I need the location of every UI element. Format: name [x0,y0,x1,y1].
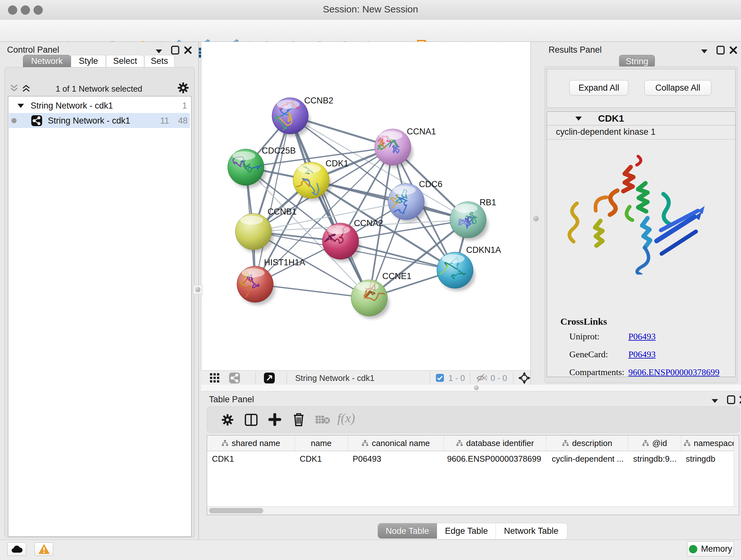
results-panel-title: Results Panel [549,45,602,55]
tree-expander-icon[interactable] [17,104,24,108]
network-label: String Network - cdk1 [48,116,130,126]
node-label-CCNB1: CCNB1 [267,207,296,216]
grid-view-icon[interactable] [210,373,219,383]
network-tree-root-row[interactable]: String Network - cdk1 1 [8,98,191,113]
results-panel-close-icon[interactable] [729,46,738,54]
node-label-CDKN1A: CDKN1A [466,245,501,255]
table-panel-close-icon[interactable] [739,395,741,404]
right-splitter[interactable] [530,42,542,385]
collapse-all-button[interactable]: Collapse All [644,80,711,96]
cell-canonical-name: P06493 [353,454,442,464]
table-hscrollbar-track[interactable] [207,506,739,515]
column-header-shared-name[interactable]: shared name [207,435,295,451]
node-label-CDC6: CDC6 [419,179,442,189]
tab-string[interactable]: String [619,55,655,68]
column-header-namespace[interactable]: namespace [681,435,739,451]
add-column-icon[interactable] [268,413,281,426]
table-toolbar: f(x) [207,407,740,433]
network-node-CDC6[interactable]: CDC6 [383,179,442,223]
crosslink-label: GeneCard: [569,349,608,360]
tab-edge-table[interactable]: Edge Table [437,523,495,539]
network-node-RB1[interactable]: RB1 [450,198,496,241]
tab-select[interactable]: Select [106,55,144,67]
network-node-CDC25B[interactable]: CDC25B [227,146,295,188]
expand-all-button[interactable]: Expand All [569,80,628,96]
left-splitter-handle[interactable] [193,285,203,294]
function-builder-icon: f(x) [337,411,355,426]
tab-sets[interactable]: Sets [144,55,175,67]
control-panel-float-icon[interactable] [171,46,179,55]
network-options-gear-icon[interactable] [178,82,189,94]
network-node-HIST1H1A[interactable]: HIST1H1A [237,258,305,305]
results-panel-collapse-icon[interactable] [700,49,708,54]
network-tree-selected-row[interactable]: String Network - cdk1 11 48 [9,113,190,128]
network-node-CDKN1A[interactable]: CDKN1A [422,245,501,291]
crosslink-genecard-link[interactable]: P06493 [628,349,656,360]
tab-node-table[interactable]: Node Table [378,523,437,539]
table-row[interactable]: CDK1 CDK1 P06493 9606.ENSP00000378699 cy… [207,451,739,466]
node-label-HIST1H1A: HIST1H1A [264,258,305,267]
column-label: shared name [232,438,280,448]
results-panel-float-icon[interactable] [717,46,725,55]
crosslink-label: Compartments: [569,367,624,377]
warning-icon [39,544,50,554]
column-header-canonical-name[interactable]: canonical name [348,435,444,451]
network-collection-count: 1 [174,101,187,111]
node-label-CCNA2: CCNA2 [354,219,383,228]
delete-column-icon[interactable] [293,413,305,427]
column-type-icon [642,440,649,447]
expand-all-networks-icon[interactable] [22,84,30,92]
tab-style[interactable]: Style [71,55,106,67]
control-panel-collapse-icon[interactable] [155,49,163,54]
detach-view-icon[interactable] [264,373,275,383]
control-panel-title: Control Panel [7,45,59,55]
footer-separator [430,372,430,384]
column-header-database-identifier[interactable]: database identifier [444,435,546,451]
column-type-icon [684,440,690,447]
control-panel-close-icon[interactable] [184,46,192,54]
footer-separator [286,372,287,384]
column-type-icon [221,440,228,447]
table-settings-gear-icon[interactable] [221,414,233,426]
column-header-name[interactable]: name [295,435,348,451]
show-columns-icon[interactable] [245,414,258,426]
network-node-CCNB2[interactable]: CCNB2 [271,96,333,137]
network-edge-count: 48 [175,116,188,126]
cloud-status-button[interactable] [7,543,26,556]
network-view-canvas[interactable]: CCNB2CCNA1CDC25BCDK1CDC6RB1CCNB1CCNA2CDK… [201,42,531,370]
cell-name: CDK1 [300,454,346,464]
gene-card-header[interactable]: CDK1 [547,112,735,125]
string-network-graph[interactable]: CCNB2CCNA1CDC25BCDK1CDC6RB1CCNB1CCNA2CDK… [201,42,531,370]
hidden-eye-icon[interactable] [476,374,487,382]
gene-name: CDK1 [598,113,624,124]
tab-network-table[interactable]: Network Table [495,523,566,539]
gene-description-row: cyclin-dependent kinase 1 [547,125,735,139]
table-hscrollbar-thumb[interactable] [209,508,263,513]
collapse-all-networks-icon[interactable] [10,84,18,92]
main-toolbar: ? [0,19,741,42]
table-panel-collapse-icon[interactable] [711,398,719,403]
selected-checkbox[interactable] [436,374,444,382]
horizontal-splitter[interactable] [201,385,741,391]
protein-structure-image [560,147,710,274]
column-type-icon [562,440,569,447]
crosslink-uniprot-link[interactable]: P06493 [628,331,656,341]
warnings-button[interactable] [35,543,53,556]
column-header-description[interactable]: description [546,435,628,451]
table-panel-float-icon[interactable] [727,395,735,404]
network-node-CCNA1[interactable]: CCNA1 [371,127,436,168]
memory-button[interactable]: Memory [687,542,734,557]
table-panel: Table Panel f(x) shared name name [201,391,741,540]
table-tabs-group: Node Table Edge Table Network Table [378,523,567,540]
column-type-icon [361,440,368,447]
column-label: @id [652,438,667,448]
gene-expander-icon[interactable] [575,116,582,121]
column-header-id[interactable]: @id [628,435,681,451]
table-vscrollbar-track[interactable] [734,435,739,506]
tab-network[interactable]: Network [23,55,71,67]
birdseye-crosshair-icon[interactable] [518,372,530,384]
crosslink-compartments-link[interactable]: 9606.ENSP00000378699 [628,367,719,377]
network-node-CCNA2[interactable]: CCNA2 [322,219,383,262]
network-tree: String Network - cdk1 1 String Network -… [8,96,192,537]
network-view-icon[interactable] [229,373,240,383]
